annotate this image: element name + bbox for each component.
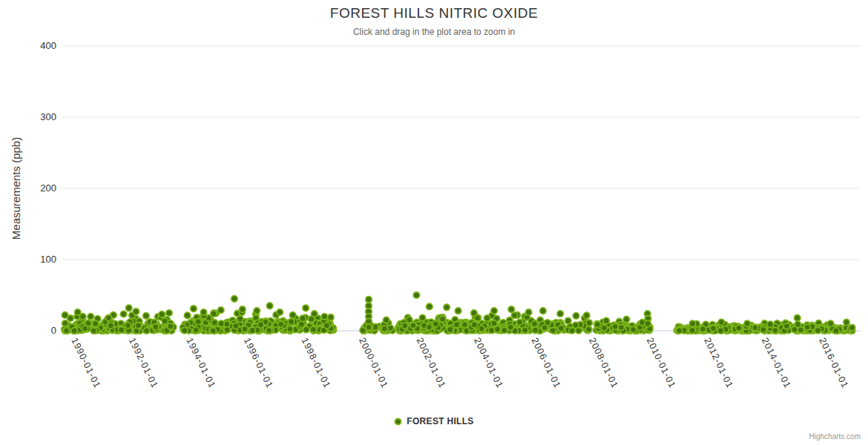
data-point[interactable] xyxy=(594,321,600,327)
data-point[interactable] xyxy=(736,325,742,331)
data-point[interactable] xyxy=(300,315,306,321)
data-point[interactable] xyxy=(569,328,575,334)
data-point[interactable] xyxy=(516,319,522,325)
data-point[interactable] xyxy=(257,322,263,328)
data-point[interactable] xyxy=(328,314,334,320)
data-point[interactable] xyxy=(240,306,246,312)
data-point[interactable] xyxy=(231,296,237,302)
data-point[interactable] xyxy=(502,327,507,333)
data-point[interactable] xyxy=(804,324,810,330)
data-point[interactable] xyxy=(288,319,294,325)
data-point[interactable] xyxy=(439,316,445,322)
data-point[interactable] xyxy=(410,323,416,329)
data-point[interactable] xyxy=(491,320,497,326)
data-point[interactable] xyxy=(211,311,217,317)
data-point[interactable] xyxy=(200,309,206,315)
data-point[interactable] xyxy=(211,320,217,326)
data-point[interactable] xyxy=(383,317,389,323)
data-point[interactable] xyxy=(71,328,77,334)
data-point[interactable] xyxy=(118,327,124,333)
data-point[interactable] xyxy=(525,309,531,315)
data-point[interactable] xyxy=(586,320,592,326)
data-point[interactable] xyxy=(453,322,459,328)
data-point[interactable] xyxy=(433,321,438,327)
legend-item-forest-hills[interactable]: FOREST HILLS xyxy=(394,416,473,426)
data-point[interactable] xyxy=(558,326,564,332)
data-point[interactable] xyxy=(249,327,255,333)
data-point[interactable] xyxy=(153,324,159,330)
data-point[interactable] xyxy=(479,326,484,332)
data-point[interactable] xyxy=(135,323,141,329)
data-point[interactable] xyxy=(303,326,309,332)
data-point[interactable] xyxy=(193,327,199,333)
data-point[interactable] xyxy=(195,319,201,325)
data-point[interactable] xyxy=(287,326,293,332)
data-point[interactable] xyxy=(191,306,197,312)
data-point[interactable] xyxy=(233,323,239,329)
data-point[interactable] xyxy=(366,297,372,303)
data-point[interactable] xyxy=(62,312,68,318)
data-point[interactable] xyxy=(717,328,723,334)
data-point[interactable] xyxy=(542,325,548,331)
data-point[interactable] xyxy=(522,327,528,333)
data-point[interactable] xyxy=(166,310,172,316)
data-point[interactable] xyxy=(795,321,800,327)
data-point[interactable] xyxy=(242,326,248,332)
data-point[interactable] xyxy=(381,326,387,332)
data-point[interactable] xyxy=(162,318,168,324)
data-point[interactable] xyxy=(427,303,433,309)
data-point[interactable] xyxy=(767,321,773,327)
data-point[interactable] xyxy=(126,305,132,311)
data-point[interactable] xyxy=(419,314,425,320)
data-point[interactable] xyxy=(92,320,98,326)
data-point[interactable] xyxy=(143,328,149,334)
data-point[interactable] xyxy=(645,320,651,326)
data-point[interactable] xyxy=(298,321,304,327)
data-point[interactable] xyxy=(79,314,85,320)
data-point[interactable] xyxy=(827,320,833,326)
data-point[interactable] xyxy=(484,315,490,321)
data-point[interactable] xyxy=(184,312,190,318)
data-point[interactable] xyxy=(289,312,295,318)
data-point[interactable] xyxy=(63,328,69,334)
data-point[interactable] xyxy=(455,308,461,314)
data-point[interactable] xyxy=(387,325,393,331)
data-point[interactable] xyxy=(540,308,546,314)
data-point[interactable] xyxy=(623,316,629,322)
data-point[interactable] xyxy=(630,326,636,332)
data-point[interactable] xyxy=(532,327,538,333)
data-point[interactable] xyxy=(584,312,590,318)
data-point[interactable] xyxy=(833,328,839,334)
data-point[interactable] xyxy=(494,326,500,332)
data-point[interactable] xyxy=(421,323,427,329)
data-point[interactable] xyxy=(471,310,477,316)
data-point[interactable] xyxy=(783,323,789,329)
data-point[interactable] xyxy=(676,328,682,334)
data-point[interactable] xyxy=(266,303,272,309)
data-point[interactable] xyxy=(689,320,695,326)
data-point[interactable] xyxy=(531,321,537,327)
data-point[interactable] xyxy=(266,327,272,333)
data-point[interactable] xyxy=(689,327,695,333)
data-point[interactable] xyxy=(120,311,126,317)
data-point[interactable] xyxy=(760,326,766,332)
data-point[interactable] xyxy=(618,324,624,330)
data-point[interactable] xyxy=(133,309,139,314)
data-point[interactable] xyxy=(508,306,514,312)
data-point[interactable] xyxy=(507,324,513,330)
data-point[interactable] xyxy=(710,326,716,332)
data-point[interactable] xyxy=(277,309,283,315)
data-point[interactable] xyxy=(444,304,450,310)
data-point[interactable] xyxy=(601,325,607,331)
data-point[interactable] xyxy=(237,316,243,322)
data-point[interactable] xyxy=(82,326,88,332)
data-point[interactable] xyxy=(310,326,316,332)
data-point[interactable] xyxy=(278,321,284,327)
data-point[interactable] xyxy=(573,313,579,319)
data-point[interactable] xyxy=(366,324,372,330)
data-point[interactable] xyxy=(125,323,131,329)
data-point[interactable] xyxy=(413,292,419,298)
data-point[interactable] xyxy=(159,312,165,317)
data-point[interactable] xyxy=(224,327,230,333)
data-point[interactable] xyxy=(402,323,408,329)
